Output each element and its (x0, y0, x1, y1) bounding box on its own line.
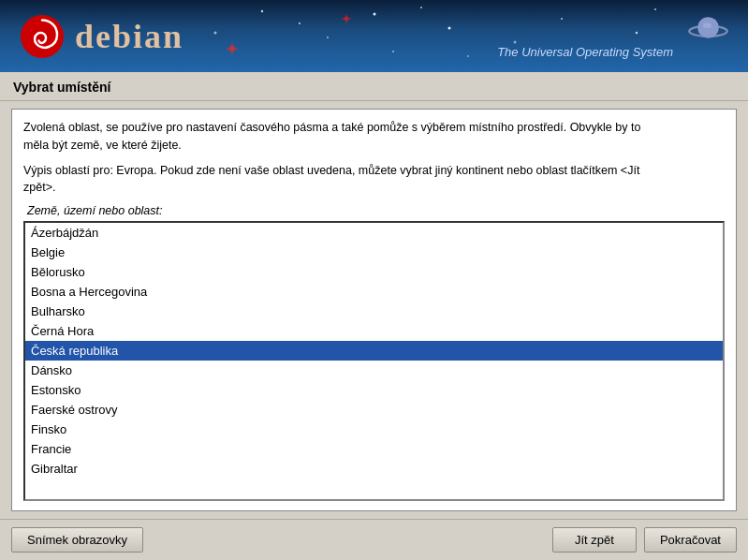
list-item[interactable]: Gibraltar (25, 459, 723, 479)
back-button[interactable]: Jít zpět (552, 527, 637, 553)
debian-brand-text: debian (75, 17, 183, 56)
list-item[interactable]: Česká republika (25, 341, 723, 361)
list-item[interactable]: Francie (25, 439, 723, 459)
svg-point-8 (392, 51, 394, 52)
list-item[interactable]: Dánsko (25, 361, 723, 380)
list-item[interactable]: Bosna a Hercegovina (25, 282, 723, 302)
list-label: Země, území nebo oblast: (23, 204, 725, 217)
dialog-body: Zvolená oblast, se používe pro nastavení… (11, 109, 737, 511)
country-listbox[interactable]: ÁzerbájdžánBelgieBěloruskoBosna a Herceg… (25, 223, 723, 499)
description-line-2: Výpis oblastí pro: Evropa. Pokud zde nen… (23, 162, 725, 198)
svg-point-11 (214, 32, 217, 35)
footer-left: Snímek obrazovky (11, 527, 143, 553)
svg-point-10 (654, 8, 656, 10)
main-content: Vybrat umístění Zvolená oblast, se použí… (0, 72, 748, 560)
planet-icon (687, 7, 729, 52)
continue-button[interactable]: Pokračovat (644, 527, 737, 553)
svg-point-7 (514, 41, 517, 44)
debian-swirl-icon (19, 13, 66, 60)
country-list-container: ÁzerbájdžánBelgieBěloruskoBosna a Herceg… (23, 221, 725, 501)
description-line-1: Zvolená oblast, se používe pro nastavení… (23, 119, 725, 155)
list-item[interactable]: Faerské ostrovy (25, 400, 723, 420)
svg-point-6 (561, 18, 563, 20)
svg-point-4 (327, 37, 329, 38)
svg-point-5 (261, 10, 263, 12)
svg-point-12 (467, 55, 469, 57)
list-item[interactable]: Černá Hora (25, 321, 723, 341)
dialog-title: Vybrat umístění (0, 72, 748, 101)
list-item[interactable]: Ázerbájdžán (25, 223, 723, 243)
svg-point-2 (420, 7, 422, 8)
footer-right: Jít zpět Pokračovat (552, 527, 737, 553)
svg-point-1 (299, 22, 301, 24)
list-item[interactable]: Estonsko (25, 380, 723, 400)
list-item[interactable]: Finsko (25, 420, 723, 439)
debian-logo: debian (19, 13, 183, 60)
header: debian The Universal Operating System (0, 0, 748, 72)
footer: Snímek obrazovky Jít zpět Pokračovat (0, 519, 748, 560)
svg-point-9 (636, 32, 638, 34)
header-tagline: The Universal Operating System (497, 45, 673, 59)
list-item[interactable]: Bělorusko (25, 262, 723, 282)
svg-point-3 (448, 27, 451, 30)
svg-point-13 (229, 46, 235, 52)
svg-point-0 (374, 13, 376, 16)
list-item[interactable]: Belgie (25, 243, 723, 262)
svg-point-16 (345, 17, 349, 22)
list-item[interactable]: Bulharsko (25, 302, 723, 321)
screenshot-button[interactable]: Snímek obrazovky (11, 527, 143, 553)
svg-point-22 (703, 22, 711, 28)
